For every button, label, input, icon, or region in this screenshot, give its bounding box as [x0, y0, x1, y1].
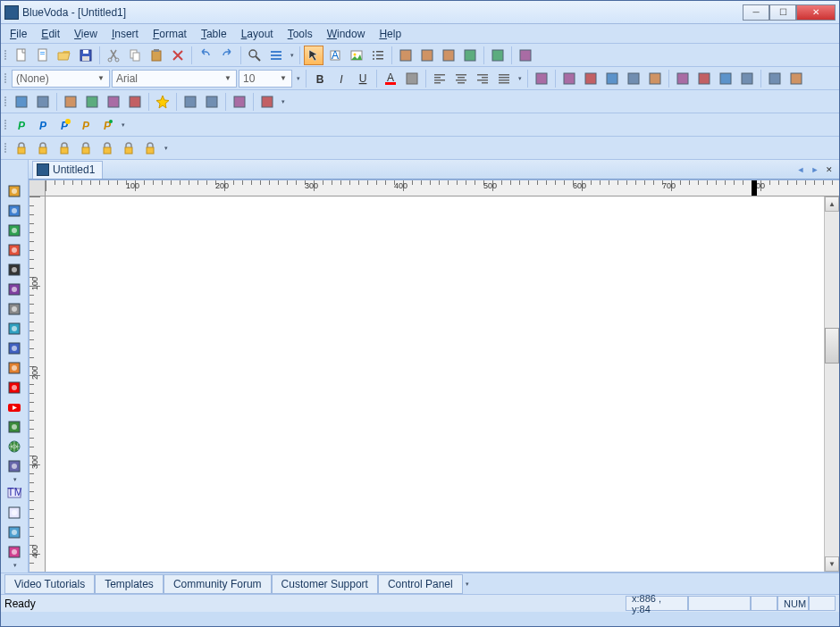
scroll-thumb[interactable]	[825, 328, 839, 364]
open-button[interactable]	[55, 46, 74, 65]
arrow-l-button[interactable]	[181, 92, 200, 112]
chart1-button[interactable]	[673, 69, 693, 88]
cursor-button[interactable]	[304, 46, 323, 65]
form-btn-button[interactable]	[417, 46, 437, 65]
menu-file[interactable]: File	[4, 26, 32, 42]
lock-c-button[interactable]	[55, 138, 74, 158]
link-customer-support[interactable]: Customer Support	[272, 574, 378, 594]
italic-button[interactable]: I	[332, 69, 351, 88]
scroll-up-button[interactable]: ▲	[825, 196, 839, 212]
page-button[interactable]	[33, 46, 53, 65]
obj-a-button[interactable]	[61, 92, 80, 112]
vt-10-button[interactable]	[4, 358, 25, 378]
menu-edit[interactable]: Edit	[36, 26, 65, 42]
scroll-track[interactable]	[825, 212, 839, 556]
link-control-panel[interactable]: Control Panel	[378, 574, 463, 594]
vt-5-button[interactable]	[4, 260, 25, 280]
tab-prev-button[interactable]: ◄	[794, 163, 807, 176]
toolbar-grip[interactable]	[3, 93, 8, 111]
lock-f-button[interactable]	[119, 138, 139, 158]
text-tool-button[interactable]: A	[325, 46, 345, 65]
menu-view[interactable]: View	[69, 26, 103, 42]
menu-layout[interactable]: Layout	[236, 26, 279, 42]
minimize-button[interactable]: ─	[743, 4, 769, 21]
vt-2-button[interactable]	[4, 201, 25, 221]
tab-close-button[interactable]: ✕	[823, 163, 836, 176]
image-tool-button[interactable]	[347, 46, 366, 65]
lock-d-button[interactable]	[76, 138, 96, 158]
img-d-button[interactable]	[624, 69, 643, 88]
chart3-button[interactable]	[716, 69, 735, 88]
align-right-button[interactable]	[473, 69, 492, 88]
toolbar-grip[interactable]	[3, 46, 8, 64]
headers-button[interactable]	[266, 46, 286, 65]
table-btn-button[interactable]	[396, 46, 416, 65]
menu-help[interactable]: Help	[374, 26, 407, 42]
tab-next-button[interactable]: ►	[809, 163, 821, 176]
vt-18-button[interactable]	[4, 542, 25, 562]
menu-format[interactable]: Format	[147, 26, 192, 42]
lock-e-button[interactable]	[97, 138, 117, 158]
paste-button[interactable]	[147, 46, 166, 65]
maximize-button[interactable]: ☐	[769, 4, 796, 21]
img-e-button[interactable]	[645, 69, 665, 88]
arrow-r-button[interactable]	[202, 92, 222, 112]
link-community-forum[interactable]: Community Forum	[164, 574, 272, 594]
box-b-button[interactable]	[257, 92, 277, 112]
menu-window[interactable]: Window	[322, 26, 371, 42]
document-tab[interactable]: Untitled1	[32, 161, 103, 179]
star-button[interactable]	[153, 92, 172, 112]
obj-b-button[interactable]	[82, 92, 102, 112]
chart2-button[interactable]	[694, 69, 714, 88]
toolbar-grip[interactable]	[3, 70, 8, 88]
undo-button[interactable]	[196, 46, 215, 65]
bold-button[interactable]: B	[310, 69, 330, 88]
cut-button[interactable]	[104, 46, 123, 65]
img-b-button[interactable]	[581, 69, 601, 88]
vt-7-button[interactable]	[4, 299, 25, 319]
new-file-button[interactable]	[12, 46, 31, 65]
box-a-button[interactable]	[230, 92, 249, 112]
paypal-2-button[interactable]: P	[33, 115, 53, 135]
lock-b-button[interactable]	[33, 138, 53, 158]
lock-g-button[interactable]	[140, 138, 160, 158]
underline-button[interactable]: U	[353, 69, 373, 88]
style-combo[interactable]: (None) ▼	[12, 70, 110, 88]
delete-button[interactable]	[168, 46, 188, 65]
scroll-down-button[interactable]: ▼	[825, 556, 839, 572]
vt-15-button[interactable]	[4, 456, 25, 476]
menu-tools[interactable]: Tools	[282, 26, 318, 42]
vt-globe-button[interactable]	[4, 437, 25, 456]
close-window-button[interactable]: ✕	[796, 4, 836, 21]
vt-8-button[interactable]	[4, 319, 25, 339]
font-size-combo[interactable]: 10 ▼	[239, 70, 292, 88]
vt-3-button[interactable]	[4, 221, 25, 240]
vertical-scrollbar[interactable]: ▲ ▼	[824, 196, 839, 572]
vt-11-button[interactable]	[4, 378, 25, 397]
button-button[interactable]	[460, 46, 480, 65]
vt-html-button[interactable]: HTML	[4, 483, 25, 503]
link-video-tutorials[interactable]: Video Tutorials	[4, 574, 95, 594]
paypal-4-button[interactable]: P	[76, 115, 96, 135]
align-justify-button[interactable]	[494, 69, 514, 88]
fill-color-button[interactable]	[402, 69, 422, 88]
obj-d-button[interactable]	[125, 92, 145, 112]
link-templates[interactable]: Templates	[95, 574, 164, 594]
zoom-button[interactable]	[245, 46, 265, 65]
paypal-3-button[interactable]: P	[55, 115, 74, 135]
preview-button[interactable]	[488, 46, 508, 65]
tool-b-button[interactable]	[786, 69, 806, 88]
paypal-1-button[interactable]: P	[12, 115, 31, 135]
align-left-button[interactable]	[430, 69, 449, 88]
save-button[interactable]	[76, 46, 96, 65]
shape-b-button[interactable]	[33, 92, 53, 112]
copy-button[interactable]	[125, 46, 145, 65]
obj-c-button[interactable]	[104, 92, 123, 112]
tool-a-button[interactable]	[765, 69, 785, 88]
lock-a-button[interactable]	[12, 138, 31, 158]
paypal-5-button[interactable]: P	[97, 115, 117, 135]
shape-button[interactable]	[439, 46, 458, 65]
font-color-button[interactable]: A	[381, 69, 400, 88]
img-a-button[interactable]	[559, 69, 579, 88]
img-c-button[interactable]	[602, 69, 622, 88]
